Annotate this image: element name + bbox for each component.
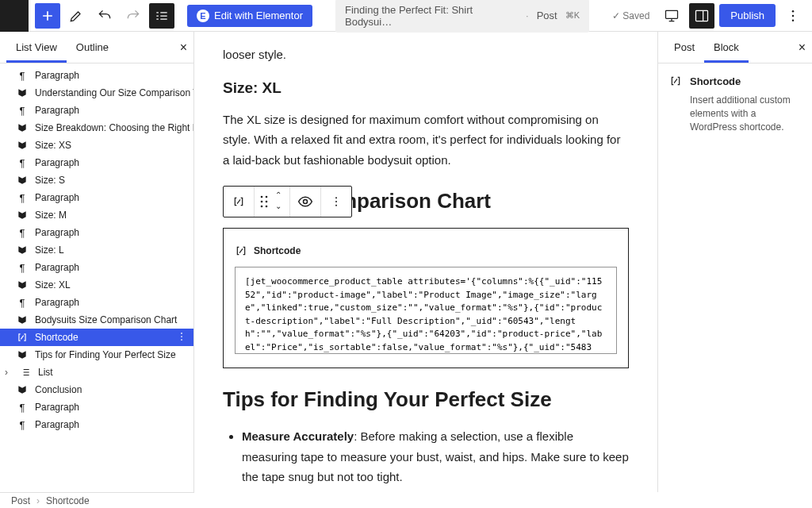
shortcode-block[interactable]: Shortcode xyxy=(223,228,629,368)
svg-point-10 xyxy=(261,201,263,203)
list-item[interactable]: Fit Preference: Consider how you prefer … xyxy=(242,492,629,493)
svg-point-14 xyxy=(304,200,308,204)
shortcode-icon xyxy=(235,244,247,257)
list-item-size-xs[interactable]: Size: XS xyxy=(0,137,193,154)
para-icon: ¶ xyxy=(16,156,29,169)
para-icon: ¶ xyxy=(16,261,29,274)
list-item-paragraph[interactable]: ¶Paragraph xyxy=(0,224,193,241)
edit-mode-button[interactable] xyxy=(63,3,89,29)
list-item-list[interactable]: ›List xyxy=(0,364,193,381)
list-item-size-xl[interactable]: Size: XL xyxy=(0,276,193,294)
heading-icon xyxy=(16,174,29,187)
item-label: Paragraph xyxy=(35,192,79,203)
saved-status: Saved xyxy=(612,10,649,21)
shortcode-label: Shortcode xyxy=(254,245,301,256)
editor-canvas[interactable]: looser style. Size: XL The XL size is de… xyxy=(194,32,657,492)
tab-post[interactable]: Post xyxy=(665,32,704,63)
list-item-paragraph[interactable]: ¶Paragraph xyxy=(0,154,193,171)
tab-block[interactable]: Block xyxy=(704,32,749,63)
list-item-size-m[interactable]: Size: M xyxy=(0,206,193,224)
item-label: Size: XL xyxy=(35,279,71,291)
block-type-icon[interactable] xyxy=(227,190,251,214)
drag-handle[interactable] xyxy=(258,190,270,214)
breadcrumb-current[interactable]: Shortcode xyxy=(46,495,90,506)
item-label: Size: M xyxy=(35,210,67,221)
svg-point-8 xyxy=(261,196,263,198)
move-up-button[interactable]: ⌃ xyxy=(270,190,286,202)
sidebar-toggle-button[interactable] xyxy=(689,3,714,29)
svg-point-4 xyxy=(792,19,795,21)
item-label: Paragraph xyxy=(35,419,79,430)
list-item-paragraph[interactable]: ¶Paragraph xyxy=(0,102,193,119)
svg-point-11 xyxy=(266,201,268,203)
item-label: Size: S xyxy=(35,175,65,186)
listview-toggle-button[interactable] xyxy=(149,3,174,29)
item-label: Conclusion xyxy=(35,384,82,395)
move-down-button[interactable]: ⌄ xyxy=(270,202,286,213)
document-title: Finding the Perfect Fit: Shirt Bodysui… xyxy=(345,4,518,28)
elementor-icon: E xyxy=(197,10,209,22)
list-item-tips-for-finding-your-perfect-size[interactable]: Tips for Finding Your Perfect Size xyxy=(0,346,193,364)
chevron-right-icon[interactable]: › xyxy=(5,367,13,378)
list-item-shortcode[interactable]: Shortcode xyxy=(0,329,193,346)
undo-button[interactable] xyxy=(92,3,117,29)
list-item-paragraph[interactable]: ¶Paragraph xyxy=(0,416,193,433)
item-label: Bodysuits Size Comparison Chart xyxy=(35,314,177,325)
block-options-button[interactable] xyxy=(324,190,348,214)
add-block-button[interactable] xyxy=(35,3,60,29)
item-options-button[interactable] xyxy=(176,331,187,344)
list-item-paragraph[interactable]: ¶Paragraph xyxy=(0,189,193,206)
heading-block[interactable]: Size: XL xyxy=(223,79,629,97)
list-item-paragraph[interactable]: ¶Paragraph xyxy=(0,67,193,84)
heading-icon xyxy=(16,314,29,326)
item-label: Paragraph xyxy=(35,297,79,308)
block-list[interactable]: ¶ParagraphUnderstanding Our Size Compari… xyxy=(0,64,193,492)
shortcode-icon xyxy=(16,331,29,344)
publish-button[interactable]: Publish xyxy=(719,4,776,27)
para-icon: ¶ xyxy=(16,401,29,414)
preview-button[interactable] xyxy=(293,190,317,214)
redo-button[interactable] xyxy=(121,3,146,29)
list-item-size-l[interactable]: Size: L xyxy=(0,241,193,259)
desktop-preview-button[interactable] xyxy=(659,3,684,29)
wp-logo[interactable] xyxy=(0,0,29,32)
item-label: Paragraph xyxy=(35,157,79,168)
command-shortcut: ⌘K xyxy=(565,10,580,21)
item-label: Size: L xyxy=(35,244,64,256)
heading-icon xyxy=(16,139,29,152)
svg-point-16 xyxy=(335,201,337,202)
list-item-bodysuits-size-comparison-chart[interactable]: Bodysuits Size Comparison Chart xyxy=(0,311,193,329)
heading-icon xyxy=(16,87,29,99)
list-item-size-s[interactable]: Size: S xyxy=(0,171,193,189)
list-item-conclusion[interactable]: Conclusion xyxy=(0,381,193,398)
svg-point-12 xyxy=(261,206,263,208)
heading-block[interactable]: Tips for Finding Your Perfect Size xyxy=(223,387,629,412)
item-label: Paragraph xyxy=(35,262,79,273)
shortcode-input[interactable] xyxy=(235,267,617,354)
close-listview-button[interactable]: × xyxy=(180,40,187,55)
paragraph-block[interactable]: looser style. xyxy=(223,44,629,65)
svg-point-5 xyxy=(181,333,182,334)
heading-block[interactable]: omparison Chart xyxy=(326,189,629,214)
breadcrumb[interactable]: Post › Shortcode xyxy=(0,492,194,508)
breadcrumb-root[interactable]: Post xyxy=(11,495,30,506)
document-title-bar[interactable]: Finding the Perfect Fit: Shirt Bodysui… … xyxy=(335,0,589,33)
item-label: Tips for Finding Your Perfect Size xyxy=(35,349,176,360)
edit-with-elementor-button[interactable]: E Edit with Elementor xyxy=(187,5,312,27)
list-item-paragraph[interactable]: ¶Paragraph xyxy=(0,398,193,416)
options-button[interactable] xyxy=(780,3,806,29)
close-settings-button[interactable]: × xyxy=(799,40,806,55)
list-block[interactable]: Measure Accurately: Before making a sele… xyxy=(223,426,629,492)
document-type: Post xyxy=(537,10,557,21)
tab-listview[interactable]: List View xyxy=(6,32,67,63)
list-item-paragraph[interactable]: ¶Paragraph xyxy=(0,259,193,276)
list-item-paragraph[interactable]: ¶Paragraph xyxy=(0,294,193,311)
block-name: Shortcode xyxy=(690,75,741,87)
block-description: Insert additional custom elements with a… xyxy=(690,94,801,133)
paragraph-block[interactable]: The XL size is designed for maximum comf… xyxy=(223,110,629,171)
tab-outline[interactable]: Outline xyxy=(67,32,118,63)
heading-icon xyxy=(16,244,29,256)
list-item[interactable]: Measure Accurately: Before making a sele… xyxy=(242,426,629,487)
list-item-understanding-our-size-comparison-table[interactable]: Understanding Our Size Comparison Table xyxy=(0,84,193,102)
list-item-size-breakdown-choosing-the-right-fit[interactable]: Size Breakdown: Choosing the Right Fit xyxy=(0,119,193,137)
